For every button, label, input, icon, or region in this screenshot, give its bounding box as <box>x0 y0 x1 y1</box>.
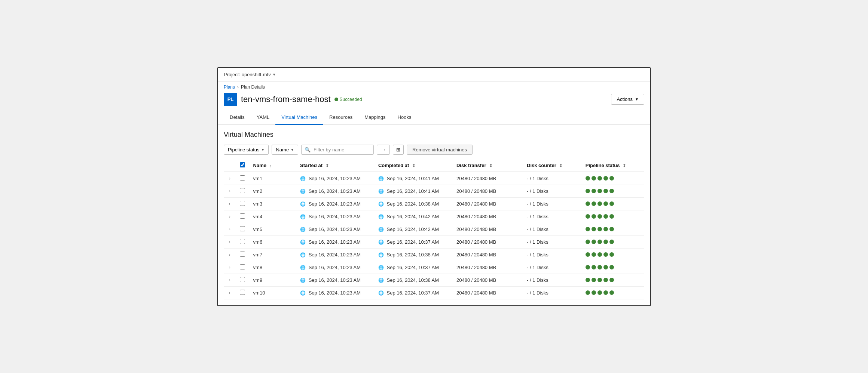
expand-button-vm10[interactable]: › <box>227 290 232 296</box>
table-header-row: Name ↑ Started at ⇕ Completed at ⇕ Disk … <box>224 159 644 172</box>
expand-button-vm7[interactable]: › <box>227 252 232 258</box>
pipeline-dot-3 <box>597 278 602 282</box>
table-row: › vm3 🌐 Sep 16, 2024, 10:23 AM 🌐 Sep 16,… <box>224 197 644 210</box>
expand-button-vm6[interactable]: › <box>227 239 232 245</box>
disk-transfer-cell: 20480 / 20480 MB <box>453 172 523 185</box>
name-filter[interactable]: Name ▼ <box>272 145 298 155</box>
tab-details[interactable]: Details <box>224 111 251 125</box>
disk-transfer-cell: 20480 / 20480 MB <box>453 235 523 248</box>
row-checkbox-vm3[interactable] <box>240 201 245 206</box>
pipeline-dot-1 <box>586 227 590 231</box>
pipeline-status-filter[interactable]: Pipeline status ▼ <box>224 145 269 155</box>
remove-vms-button[interactable]: Remove virtual machines <box>407 145 473 155</box>
actions-button[interactable]: Actions ▼ <box>611 94 644 105</box>
row-checkbox-vm4[interactable] <box>240 213 245 219</box>
completed-value: Sep 16, 2024, 10:37 AM <box>387 265 439 270</box>
check-cell <box>236 210 250 223</box>
expand-button-vm4[interactable]: › <box>227 213 232 219</box>
table-row: › vm9 🌐 Sep 16, 2024, 10:23 AM 🌐 Sep 16,… <box>224 274 644 286</box>
pipeline-dot-1 <box>586 240 590 244</box>
pipeline-dot-4 <box>603 265 608 269</box>
check-cell <box>236 235 250 248</box>
breadcrumb-plans-link[interactable]: Plans <box>224 84 235 90</box>
col-pipeline-header[interactable]: Pipeline status ⇕ <box>582 159 644 172</box>
started-value: Sep 16, 2024, 10:23 AM <box>309 201 361 207</box>
check-cell <box>236 274 250 286</box>
check-cell <box>236 197 250 210</box>
name-cell: vm6 <box>250 235 296 248</box>
status-label: Succeeded <box>340 97 362 102</box>
disk-transfer-cell: 20480 / 20480 MB <box>453 274 523 286</box>
row-checkbox-vm10[interactable] <box>240 290 245 295</box>
expand-button-vm1[interactable]: › <box>227 175 232 181</box>
globe-started-icon: 🌐 <box>300 265 306 270</box>
expand-button-vm8[interactable]: › <box>227 264 232 270</box>
tab-mappings[interactable]: Mappings <box>358 111 391 125</box>
completed-value: Sep 16, 2024, 10:41 AM <box>387 188 439 194</box>
pipeline-dot-3 <box>597 214 602 219</box>
name-cell: vm8 <box>250 261 296 274</box>
disk-transfer-value: 20480 / 20480 MB <box>456 188 496 194</box>
name-cell: vm1 <box>250 172 296 185</box>
row-checkbox-vm9[interactable] <box>240 277 245 282</box>
disk-counter-cell: - / 1 Disks <box>523 235 582 248</box>
main-content: Virtual Machines Pipeline status ▼ Name … <box>218 125 650 305</box>
expand-button-vm3[interactable]: › <box>227 201 232 207</box>
disk-counter-value: - / 1 Disks <box>527 239 548 245</box>
row-checkbox-vm7[interactable] <box>240 252 245 257</box>
columns-button[interactable]: ⊞ <box>393 145 404 155</box>
globe-completed-icon: 🌐 <box>378 214 384 219</box>
pipeline-dot-2 <box>592 252 596 257</box>
project-selector[interactable]: Project: openshift-mtv ▼ <box>224 72 276 77</box>
row-checkbox-vm2[interactable] <box>240 188 245 193</box>
search-input[interactable] <box>314 145 373 154</box>
col-disk-transfer-header[interactable]: Disk transfer ⇕ <box>453 159 523 172</box>
col-completed-header[interactable]: Completed at ⇕ <box>375 159 453 172</box>
disk-counter-value: - / 1 Disks <box>527 265 548 270</box>
search-arrow-button[interactable]: → <box>377 145 390 155</box>
row-checkbox-vm8[interactable] <box>240 264 245 269</box>
vm-table-body: › vm1 🌐 Sep 16, 2024, 10:23 AM 🌐 Sep 16,… <box>224 172 644 299</box>
tab-resources[interactable]: Resources <box>323 111 358 125</box>
vm-name-vm3: vm3 <box>253 201 263 207</box>
page-header: PL ten-vms-from-same-host Succeeded Acti… <box>218 91 650 111</box>
col-disk-counter-header[interactable]: Disk counter ⇕ <box>523 159 582 172</box>
select-all-checkbox[interactable] <box>240 162 245 167</box>
tab-virtual-machines[interactable]: Virtual Machines <box>275 111 323 125</box>
expand-button-vm2[interactable]: › <box>227 188 232 194</box>
disk-transfer-value: 20480 / 20480 MB <box>456 214 496 219</box>
pipeline-dot-4 <box>603 189 608 193</box>
expand-cell: › <box>224 261 236 274</box>
expand-button-vm5[interactable]: › <box>227 226 232 232</box>
row-checkbox-vm6[interactable] <box>240 239 245 244</box>
disk-counter-cell: - / 1 Disks <box>523 274 582 286</box>
breadcrumb: Plans › Plan Details <box>218 81 650 91</box>
tab-hooks[interactable]: Hooks <box>392 111 418 125</box>
actions-chevron-icon: ▼ <box>635 97 639 101</box>
row-checkbox-vm1[interactable] <box>240 175 245 181</box>
col-started-header[interactable]: Started at ⇕ <box>296 159 375 172</box>
tab-yaml[interactable]: YAML <box>251 111 275 125</box>
pipeline-dot-1 <box>586 290 590 295</box>
pipeline-status-chevron-icon: ▼ <box>261 148 265 152</box>
globe-completed-icon: 🌐 <box>378 201 384 207</box>
globe-completed-icon: 🌐 <box>378 278 384 283</box>
check-cell <box>236 172 250 185</box>
disk-counter-value: - / 1 Disks <box>527 176 548 181</box>
started-sort-icon: ⇕ <box>326 163 329 168</box>
pipeline-dot-3 <box>597 290 602 295</box>
globe-started-icon: 🌐 <box>300 201 306 207</box>
vm-name-vm10: vm10 <box>253 290 265 296</box>
pipeline-dots <box>586 176 641 181</box>
disk-transfer-cell: 20480 / 20480 MB <box>453 248 523 261</box>
pipeline-dot-4 <box>603 214 608 219</box>
expand-button-vm9[interactable]: › <box>227 277 232 283</box>
pipeline-dot-1 <box>586 176 590 181</box>
disk-counter-value: - / 1 Disks <box>527 226 548 232</box>
expand-cell: › <box>224 235 236 248</box>
project-label: Project: openshift-mtv <box>224 72 271 77</box>
started-value: Sep 16, 2024, 10:23 AM <box>309 226 361 232</box>
pipeline-dot-1 <box>586 265 590 269</box>
vm-name-vm7: vm7 <box>253 252 263 258</box>
row-checkbox-vm5[interactable] <box>240 226 245 231</box>
